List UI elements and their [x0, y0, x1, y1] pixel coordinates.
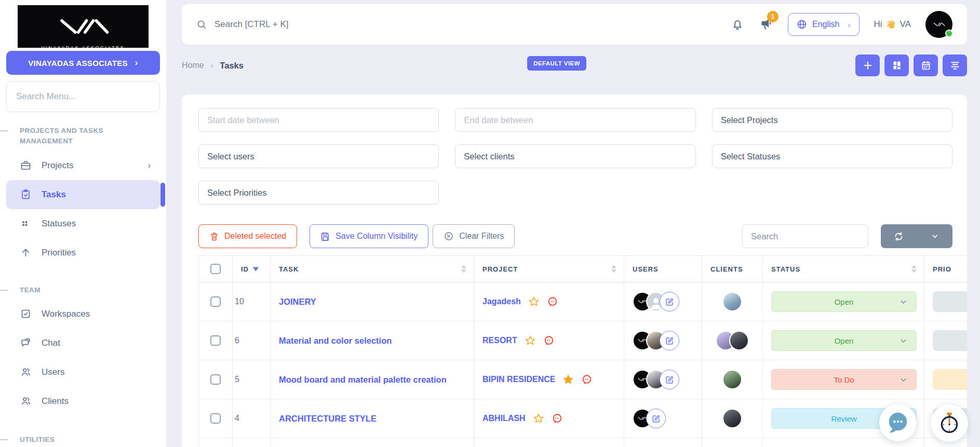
- button-label: Save Column Visibility: [335, 232, 418, 241]
- sidebar-menu-search-input[interactable]: [6, 81, 160, 112]
- select-all-checkbox[interactable]: [210, 264, 221, 274]
- sidebar-item-projects[interactable]: Projects ›: [6, 151, 160, 180]
- sidebar-item-users[interactable]: Users: [6, 358, 160, 387]
- announcements-button[interactable]: 1: [759, 17, 773, 33]
- client-avatar[interactable]: [722, 409, 742, 428]
- column-label: ID: [241, 265, 249, 273]
- end-date-filter-input[interactable]: [455, 108, 695, 132]
- time-tracker-button[interactable]: [931, 404, 968, 442]
- priority-dropdown[interactable]: [933, 369, 967, 390]
- refresh-split-button[interactable]: [881, 224, 952, 248]
- status-dropdown[interactable]: Open: [771, 291, 917, 312]
- comment-icon[interactable]: [581, 374, 593, 385]
- organization-name: VINAYADAS ASSOCIATES: [28, 59, 128, 67]
- status-label: Open: [835, 297, 854, 306]
- star-icon[interactable]: [525, 335, 536, 346]
- sidebar-item-statuses[interactable]: Workspaces Statuses: [6, 209, 160, 238]
- clipboard-check-icon: [20, 189, 31, 200]
- comment-icon[interactable]: [547, 296, 558, 307]
- save-column-visibility-button[interactable]: Save Column Visibility: [310, 224, 428, 248]
- column-header-clients[interactable]: CLIENTS: [702, 255, 763, 282]
- priorities-filter-select[interactable]: [198, 181, 439, 205]
- sidebar-item-priorities[interactable]: Priorities: [6, 238, 160, 267]
- clear-filters-button[interactable]: Clear Filters: [433, 224, 515, 248]
- project-link[interactable]: Jagadesh: [482, 297, 521, 306]
- organization-switcher-button[interactable]: VINAYADAS ASSOCIATES ›: [6, 51, 160, 75]
- status-dropdown[interactable]: To Do: [771, 369, 917, 390]
- x-circle-icon: [444, 231, 454, 241]
- task-link[interactable]: Material and color selection: [279, 336, 392, 346]
- column-header-task[interactable]: TASK: [271, 255, 474, 282]
- column-header-project[interactable]: PROJECT: [474, 255, 624, 282]
- clients-filter-select[interactable]: [455, 144, 695, 168]
- clients-cell: [702, 399, 763, 438]
- user-avatar[interactable]: [925, 11, 952, 38]
- notifications-button[interactable]: [731, 18, 744, 31]
- edit-assignees-button[interactable]: [660, 292, 679, 311]
- chat-widget-button[interactable]: [879, 404, 917, 441]
- edit-assignees-button[interactable]: [660, 331, 679, 350]
- sidebar-item-tasks[interactable]: Tasks: [6, 180, 160, 209]
- add-task-button[interactable]: [855, 55, 880, 76]
- table-header-row: ID TASK PROJECT USERS CLIENTS STATUS PR: [198, 255, 967, 282]
- task-link[interactable]: JOINERY: [279, 297, 316, 307]
- sort-icon: [461, 265, 466, 273]
- row-checkbox[interactable]: [210, 335, 221, 346]
- sidebar-item-clients[interactable]: Clients: [6, 387, 160, 416]
- project-link[interactable]: BIPIN RESIDENCE: [482, 375, 555, 384]
- column-header-id[interactable]: ID: [233, 255, 271, 282]
- task-link[interactable]: ARCHITECTURE STYLE: [279, 414, 377, 424]
- status-dropdown[interactable]: Open: [771, 330, 917, 351]
- table-search-input[interactable]: [742, 224, 868, 248]
- row-checkbox[interactable]: [210, 374, 221, 385]
- chevron-down-icon[interactable]: [917, 232, 952, 240]
- edit-assignees-button[interactable]: [660, 370, 679, 389]
- grid-dots-icon: [20, 218, 31, 229]
- main-area: 1 English › Hi VA Home › Tasks DEFAULT V…: [166, 0, 980, 447]
- sidebar-item-chat[interactable]: Chat: [6, 329, 160, 358]
- edit-assignees-button[interactable]: [646, 409, 666, 428]
- project-link[interactable]: RESORT: [482, 336, 517, 345]
- chat-bubble-icon: [20, 337, 31, 348]
- kanban-view-button[interactable]: [884, 55, 909, 76]
- comment-icon[interactable]: [543, 335, 555, 346]
- list-view-button[interactable]: [943, 55, 967, 76]
- star-icon[interactable]: [533, 413, 544, 424]
- language-selector-button[interactable]: English ›: [788, 13, 859, 36]
- save-icon: [320, 232, 330, 241]
- people-icon: [20, 396, 31, 407]
- priority-dropdown[interactable]: [933, 330, 967, 351]
- project-link[interactable]: ABHILASH: [482, 414, 526, 423]
- breadcrumb-home-link[interactable]: Home: [182, 61, 204, 70]
- star-icon[interactable]: [562, 374, 574, 385]
- column-label: TASK: [279, 265, 299, 273]
- table-row: 5 Mood board and material palette creati…: [198, 360, 967, 399]
- star-icon[interactable]: [528, 296, 540, 307]
- statuses-filter-select[interactable]: [712, 144, 952, 168]
- chat-widget-icon: [886, 411, 910, 435]
- refresh-icon[interactable]: [881, 231, 917, 242]
- start-date-filter-input[interactable]: [198, 108, 439, 132]
- delete-selected-button[interactable]: Deleted selected: [198, 224, 297, 248]
- row-checkbox[interactable]: [210, 413, 221, 424]
- column-header-status[interactable]: STATUS: [763, 255, 924, 282]
- sidebar-item-label: Tasks: [42, 189, 66, 200]
- priority-dropdown[interactable]: [933, 291, 967, 312]
- task-link[interactable]: Mood board and material palette creation: [279, 375, 447, 385]
- client-avatar[interactable]: [722, 370, 742, 389]
- calendar-view-button[interactable]: [914, 55, 938, 76]
- client-avatar[interactable]: [722, 292, 742, 311]
- greeting-text: Hi: [874, 19, 882, 30]
- refresh-icon: [893, 231, 904, 242]
- global-search-input[interactable]: [214, 19, 433, 30]
- column-header-priority[interactable]: PRIO: [924, 255, 967, 282]
- comment-icon[interactable]: [552, 413, 563, 424]
- sidebar-item-workspaces[interactable]: Workspaces: [6, 300, 160, 329]
- row-checkbox[interactable]: [210, 296, 221, 307]
- client-avatar[interactable]: [729, 331, 749, 350]
- greeting-username: VA: [900, 19, 911, 30]
- column-header-users[interactable]: USERS: [624, 255, 702, 282]
- users-filter-select[interactable]: [198, 144, 439, 168]
- briefcase-icon: [20, 160, 31, 171]
- projects-filter-select[interactable]: [712, 108, 952, 132]
